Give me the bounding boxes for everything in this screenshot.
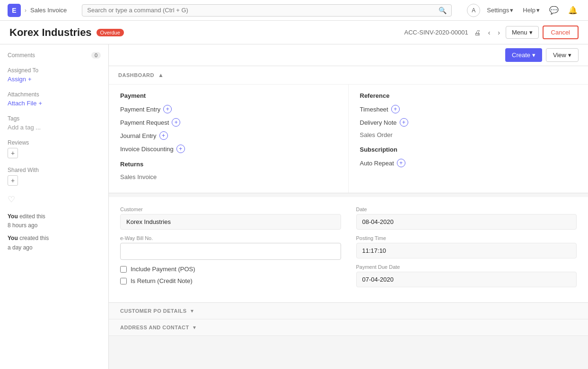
avatar[interactable]: A — [467, 4, 480, 17]
heart-icon[interactable]: ♡ — [8, 194, 101, 205]
journal-entry-link[interactable]: Journal Entry + — [120, 131, 337, 140]
sidebar-shared-section: Shared With + — [8, 167, 101, 186]
date-field: Date 08-04-2020 — [356, 206, 577, 230]
dashboard-title: DASHBOARD — [118, 72, 154, 78]
date-value: 08-04-2020 — [356, 214, 577, 230]
attachments-label: Attachments — [8, 91, 101, 98]
payment-due-date-field: Payment Due Date 07-04-2020 — [356, 264, 577, 287]
reference-section-title: Reference — [360, 92, 577, 99]
sidebar-assigned-section: Assigned To Assign + — [8, 67, 101, 83]
timesheet-link[interactable]: Timesheet + — [360, 105, 577, 113]
dashboard-chevron-icon: ▲ — [158, 72, 164, 78]
customer-po-details-section[interactable]: CUSTOMER PO DETAILS ▾ — [109, 303, 588, 319]
attach-file-link[interactable]: Attach File + — [8, 100, 101, 107]
prev-button[interactable]: ‹ — [486, 28, 492, 37]
menu-button[interactable]: Menu ▾ — [506, 26, 539, 39]
posting-time-field: Posting Time 11:17:10 — [356, 235, 577, 258]
assign-link[interactable]: Assign + — [8, 76, 101, 83]
posting-time-label: Posting Time — [356, 235, 577, 241]
sales-order-link[interactable]: Sales Order — [360, 131, 577, 138]
add-shared-button[interactable]: + — [8, 175, 18, 186]
search-bar[interactable]: 🔍 — [82, 4, 452, 17]
posting-time-value: 11:17:10 — [356, 243, 577, 258]
cancel-button[interactable]: Cancel — [543, 26, 579, 39]
dashboard-grid: Payment Payment Entry + Payment Request … — [109, 84, 588, 193]
tags-label: Tags — [8, 115, 101, 122]
comments-count: 0 — [91, 52, 101, 59]
search-input[interactable] — [87, 7, 436, 14]
bell-icon[interactable]: 🔔 — [565, 4, 580, 17]
journal-entry-plus-icon[interactable]: + — [159, 131, 168, 140]
is-return-label: Is Return (Credit Note) — [131, 277, 193, 284]
payment-entry-plus-icon[interactable]: + — [163, 105, 172, 113]
content-area: Create ▾ View ▾ DASHBOARD ▲ Payment Paym… — [109, 44, 588, 369]
include-payment-checkbox[interactable] — [120, 266, 127, 273]
dashboard-panel: DASHBOARD ▲ Payment Payment Entry + Paym… — [109, 66, 588, 193]
print-button[interactable]: 🖨 — [472, 28, 483, 37]
sidebar-comments-section: Comments 0 — [8, 52, 101, 59]
breadcrumb-separator: › — [25, 7, 26, 14]
include-payment-row: Include Payment (POS) — [120, 266, 341, 273]
dashboard-right-col: Reference Timesheet + Delivery Note + Sa… — [349, 85, 588, 193]
assigned-to-label: Assigned To — [8, 67, 101, 74]
eway-input[interactable] — [120, 243, 341, 260]
next-button[interactable]: › — [496, 28, 502, 37]
content-header: Create ▾ View ▾ — [109, 44, 588, 66]
payment-entry-link[interactable]: Payment Entry + — [120, 105, 337, 113]
eway-field: e-Way Bill No. — [120, 235, 341, 260]
delivery-note-plus-icon[interactable]: + — [400, 118, 408, 127]
settings-button[interactable]: Settings ▾ — [484, 5, 516, 16]
address-contact-section[interactable]: ADDRESS AND CONTACT ▾ — [109, 319, 588, 336]
address-contact-chevron-icon: ▾ — [193, 324, 196, 331]
eway-label: e-Way Bill No. — [120, 235, 341, 241]
add-review-button[interactable]: + — [8, 148, 18, 158]
auto-repeat-plus-icon[interactable]: + — [397, 159, 405, 167]
delivery-note-link[interactable]: Delivery Note + — [360, 118, 577, 127]
customer-field: Customer Korex Industries — [120, 206, 341, 230]
add-tag-input[interactable]: Add a tag ... — [8, 124, 41, 131]
invoice-discounting-plus-icon[interactable]: + — [176, 145, 185, 153]
invoice-discounting-link[interactable]: Invoice Discounting + — [120, 145, 337, 153]
topnav-actions: A Settings ▾ Help ▾ 💬 🔔 — [467, 4, 580, 17]
activity-item-1: You edited this 8 hours ago — [8, 212, 101, 230]
payment-due-date-value: 07-04-2020 — [356, 272, 577, 287]
page-header: Korex Industries Overdue ACC-SINV-2020-0… — [0, 21, 588, 44]
include-payment-label: Include Payment (POS) — [131, 266, 195, 273]
sidebar-tags-section: Tags Add a tag ... — [8, 115, 101, 131]
payment-request-plus-icon[interactable]: + — [172, 118, 180, 127]
comments-label: Comments 0 — [8, 52, 101, 59]
reviews-label: Reviews — [8, 139, 101, 146]
is-return-checkbox[interactable] — [120, 278, 127, 284]
page-title: Korex Industries — [9, 26, 92, 39]
main-layout: Comments 0 Assigned To Assign + Attachme… — [0, 44, 588, 369]
page-title-area: Korex Industries Overdue — [9, 26, 124, 39]
doc-id: ACC-SINV-2020-00001 — [404, 29, 468, 36]
brand-logo: E — [8, 4, 21, 17]
auto-repeat-link[interactable]: Auto Repeat + — [360, 159, 577, 167]
sidebar: Comments 0 Assigned To Assign + Attachme… — [0, 44, 109, 369]
dashboard-header[interactable]: DASHBOARD ▲ — [109, 66, 588, 84]
form-right-col: Date 08-04-2020 Posting Time 11:17:10 Pa… — [356, 206, 577, 293]
module-title[interactable]: Sales Invoice — [30, 7, 67, 14]
view-button[interactable]: View ▾ — [546, 48, 579, 62]
shared-with-label: Shared With — [8, 167, 101, 173]
returns-section-title: Returns — [120, 161, 337, 168]
status-badge: Overdue — [97, 29, 124, 36]
customer-po-chevron-icon: ▾ — [191, 308, 193, 314]
address-contact-title: ADDRESS AND CONTACT — [120, 325, 189, 330]
activity-item-2: You created this a day ago — [8, 234, 101, 252]
sidebar-reviews-section: Reviews + — [8, 139, 101, 158]
date-label: Date — [356, 206, 577, 212]
form-section: Customer Korex Industries e-Way Bill No.… — [109, 197, 588, 303]
timesheet-plus-icon[interactable]: + — [391, 105, 400, 113]
sales-invoice-returns-link[interactable]: Sales Invoice — [120, 173, 337, 180]
help-button[interactable]: Help ▾ — [520, 5, 543, 16]
page-header-right: ACC-SINV-2020-00001 🖨 ‹ › Menu ▾ Cancel — [404, 26, 579, 39]
customer-label: Customer — [120, 206, 341, 212]
is-return-row: Is Return (Credit Note) — [120, 277, 341, 284]
chat-icon[interactable]: 💬 — [546, 4, 562, 17]
activity-log: You edited this 8 hours ago You created … — [8, 212, 101, 252]
create-button[interactable]: Create ▾ — [505, 48, 542, 62]
form-grid: Customer Korex Industries e-Way Bill No.… — [120, 206, 577, 293]
payment-request-link[interactable]: Payment Request + — [120, 118, 337, 127]
